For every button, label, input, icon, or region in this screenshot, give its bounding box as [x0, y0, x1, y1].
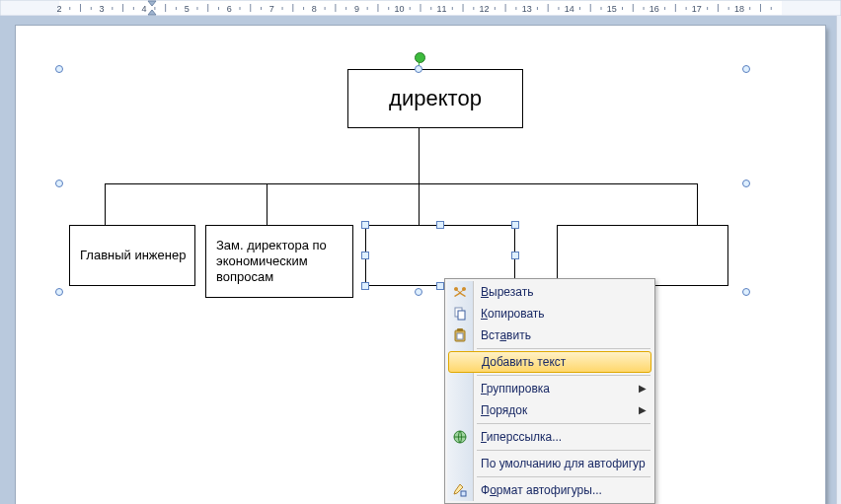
canvas-handle[interactable] [415, 288, 422, 296]
connector [419, 183, 420, 225]
connector [419, 128, 420, 183]
menu-item[interactable]: Формат автофигуры... [447, 479, 652, 501]
org-box-label: директор [389, 85, 482, 112]
connector [105, 183, 697, 184]
shape-handle[interactable] [511, 252, 519, 259]
menu-separator [477, 348, 650, 349]
menu-item-label: Вставить [481, 328, 531, 342]
svg-text:9: 9 [354, 4, 359, 14]
svg-text:16: 16 [650, 4, 659, 14]
menu-item[interactable]: Вырезать [447, 281, 652, 303]
horizontal-ruler: 23456789101112131415161718 [0, 0, 841, 16]
menu-item-label: Формат автофигуры... [481, 483, 602, 497]
menu-item-label: Вырезать [481, 285, 533, 299]
shape-handle[interactable] [436, 282, 444, 290]
org-box-label: Зам. директора по экономическим вопросам [216, 238, 344, 286]
canvas-handle[interactable] [55, 65, 63, 73]
menu-separator [477, 450, 650, 451]
shape-handle[interactable] [361, 252, 369, 259]
shape-handle[interactable] [361, 282, 369, 290]
svg-text:10: 10 [394, 4, 404, 14]
menu-item-label: Группировка [481, 382, 550, 396]
svg-text:15: 15 [607, 4, 617, 14]
menu-item[interactable]: Добавить текст [448, 351, 651, 373]
org-box-director[interactable]: директор [347, 69, 523, 128]
canvas-handle[interactable] [742, 288, 750, 296]
menu-item-label: Порядок [481, 403, 527, 417]
canvas-handle[interactable] [742, 65, 750, 73]
svg-text:12: 12 [480, 4, 490, 14]
shape-handle[interactable] [361, 221, 369, 229]
svg-text:8: 8 [312, 4, 317, 14]
vertical-scrollbar[interactable] [836, 0, 841, 504]
svg-text:3: 3 [100, 4, 105, 14]
menu-item[interactable]: Порядок▶ [447, 399, 652, 421]
canvas-handle[interactable] [55, 288, 63, 296]
context-menu[interactable]: ВырезатьКопироватьВставитьДобавить текст… [444, 278, 655, 504]
connector [267, 183, 268, 225]
submenu-arrow-icon: ▶ [639, 378, 647, 399]
menu-separator [477, 423, 650, 424]
org-box-child[interactable]: Главный инженер [69, 225, 195, 286]
rotation-handle-icon[interactable] [415, 52, 425, 63]
canvas-handle[interactable] [742, 180, 750, 187]
svg-rect-73 [458, 311, 465, 320]
paste-icon [452, 327, 468, 343]
svg-text:17: 17 [692, 4, 702, 14]
scissors-icon [452, 284, 468, 300]
svg-rect-78 [461, 491, 466, 496]
svg-text:13: 13 [522, 4, 532, 14]
svg-text:7: 7 [269, 4, 274, 14]
svg-text:4: 4 [142, 4, 147, 14]
format-shape-icon [452, 482, 468, 498]
org-box-child[interactable]: Зам. директора по экономическим вопросам [205, 225, 353, 298]
menu-item[interactable]: Вставить [447, 324, 652, 346]
menu-item-label: Копировать [481, 307, 545, 321]
submenu-arrow-icon: ▶ [639, 399, 647, 421]
svg-rect-75 [457, 328, 463, 331]
org-box-label: Главный инженер [80, 248, 186, 263]
menu-item-label: Гиперссылка... [481, 430, 562, 444]
canvas-handle[interactable] [415, 65, 422, 73]
shape-handle[interactable] [511, 221, 519, 229]
svg-text:11: 11 [437, 4, 447, 14]
shape-handle[interactable] [436, 221, 444, 229]
org-box-child[interactable] [557, 225, 728, 286]
menu-separator [477, 476, 650, 477]
org-box-child-selected[interactable] [365, 225, 515, 286]
document-page[interactable]: директор Главный инженер Зам. директора … [16, 26, 825, 504]
menu-item-label: Добавить текст [482, 355, 566, 369]
menu-item[interactable]: По умолчанию для автофигур [447, 453, 652, 474]
svg-text:6: 6 [227, 4, 232, 14]
svg-rect-76 [457, 333, 463, 339]
canvas-handle[interactable] [55, 180, 63, 187]
connector [697, 183, 698, 225]
svg-text:18: 18 [734, 4, 744, 14]
svg-text:5: 5 [185, 4, 190, 14]
svg-text:14: 14 [565, 4, 574, 14]
svg-text:2: 2 [56, 4, 61, 14]
menu-item[interactable]: Гиперссылка... [447, 426, 652, 448]
hyperlink-icon [452, 429, 468, 445]
menu-item-label: По умолчанию для автофигур [481, 457, 646, 470]
connector [105, 183, 106, 225]
menu-item[interactable]: Группировка▶ [447, 378, 652, 399]
copy-icon [452, 306, 468, 322]
menu-item[interactable]: Копировать [447, 303, 652, 324]
menu-separator [477, 375, 650, 376]
